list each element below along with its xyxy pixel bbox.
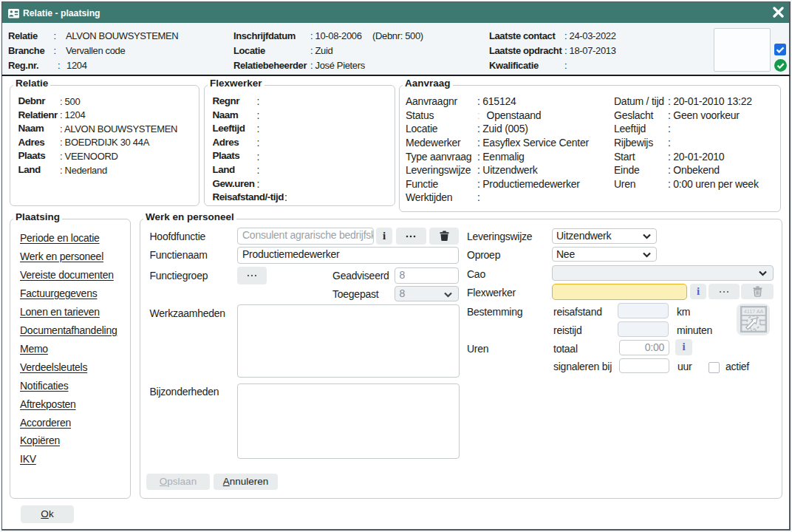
svg-text:4117 AA: 4117 AA [743, 308, 763, 315]
